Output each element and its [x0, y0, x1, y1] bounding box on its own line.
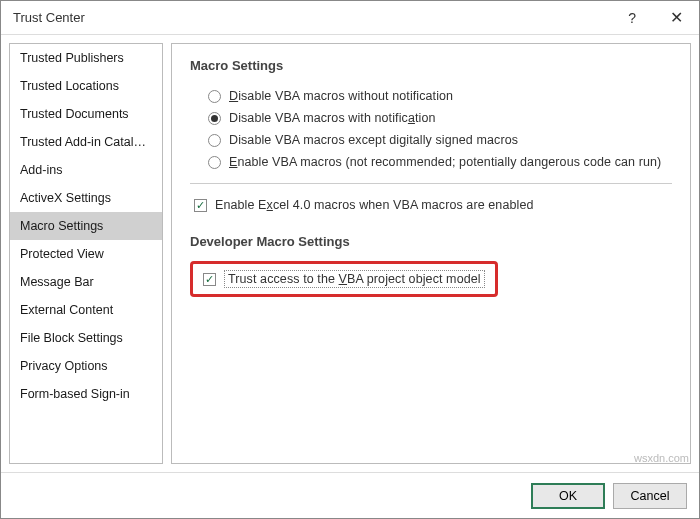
window-title: Trust Center	[13, 10, 620, 25]
sidebar-item-trusted-publishers[interactable]: Trusted Publishers	[10, 44, 162, 72]
checkbox-icon: ✓	[203, 273, 216, 286]
sidebar-item-file-block-settings[interactable]: File Block Settings	[10, 324, 162, 352]
category-sidebar: Trusted Publishers Trusted Locations Tru…	[9, 43, 163, 464]
developer-macro-settings-header: Developer Macro Settings	[190, 234, 672, 249]
macro-settings-header: Macro Settings	[190, 58, 672, 73]
radio-label: Enable VBA macros (not recommended; pote…	[229, 155, 661, 169]
sidebar-item-addins[interactable]: Add-ins	[10, 156, 162, 184]
macro-radio-group: Disable VBA macros without notification …	[190, 85, 672, 173]
settings-panel: Macro Settings Disable VBA macros withou…	[171, 43, 691, 464]
sidebar-item-trusted-locations[interactable]: Trusted Locations	[10, 72, 162, 100]
sidebar-item-activex-settings[interactable]: ActiveX Settings	[10, 184, 162, 212]
radio-disable-with-notification[interactable]: Disable VBA macros with notification	[208, 107, 672, 129]
sidebar-item-privacy-options[interactable]: Privacy Options	[10, 352, 162, 380]
checkbox-label: Enable Excel 4.0 macros when VBA macros …	[215, 198, 534, 212]
dialog-footer: OK Cancel	[1, 472, 699, 518]
radio-disable-without-notification[interactable]: Disable VBA macros without notification	[208, 85, 672, 107]
dialog-body: Trusted Publishers Trusted Locations Tru…	[1, 35, 699, 472]
excel4-group: ✓ Enable Excel 4.0 macros when VBA macro…	[190, 194, 672, 216]
close-icon[interactable]: ✕	[662, 4, 691, 31]
trust-vba-highlight: ✓ Trust access to the VBA project object…	[190, 261, 498, 297]
sidebar-item-trusted-addin-catalogs[interactable]: Trusted Add-in Catalogs	[10, 128, 162, 156]
sidebar-item-trusted-documents[interactable]: Trusted Documents	[10, 100, 162, 128]
divider	[190, 183, 672, 184]
titlebar-controls: ? ✕	[620, 4, 691, 31]
trust-center-window: Trust Center ? ✕ Trusted Publishers Trus…	[0, 0, 700, 519]
radio-enable-all[interactable]: Enable VBA macros (not recommended; pote…	[208, 151, 672, 173]
sidebar-item-external-content[interactable]: External Content	[10, 296, 162, 324]
sidebar-item-protected-view[interactable]: Protected View	[10, 240, 162, 268]
radio-icon	[208, 90, 221, 103]
checkbox-enable-excel4[interactable]: ✓ Enable Excel 4.0 macros when VBA macro…	[194, 194, 672, 216]
checkbox-label: Trust access to the VBA project object m…	[224, 270, 485, 288]
radio-label: Disable VBA macros with notification	[229, 111, 436, 125]
sidebar-item-message-bar[interactable]: Message Bar	[10, 268, 162, 296]
watermark-text: wsxdn.com	[634, 452, 689, 464]
sidebar-item-macro-settings[interactable]: Macro Settings	[10, 212, 162, 240]
radio-icon	[208, 134, 221, 147]
help-icon[interactable]: ?	[620, 6, 644, 30]
radio-icon	[208, 156, 221, 169]
ok-button[interactable]: OK	[531, 483, 605, 509]
checkbox-icon: ✓	[194, 199, 207, 212]
radio-disable-except-signed[interactable]: Disable VBA macros except digitally sign…	[208, 129, 672, 151]
radio-icon	[208, 112, 221, 125]
radio-label: Disable VBA macros except digitally sign…	[229, 133, 518, 147]
radio-label: Disable VBA macros without notification	[229, 89, 453, 103]
cancel-button[interactable]: Cancel	[613, 483, 687, 509]
sidebar-item-form-based-signin[interactable]: Form-based Sign-in	[10, 380, 162, 408]
titlebar: Trust Center ? ✕	[1, 1, 699, 35]
checkbox-trust-vba[interactable]: ✓ Trust access to the VBA project object…	[203, 270, 485, 288]
